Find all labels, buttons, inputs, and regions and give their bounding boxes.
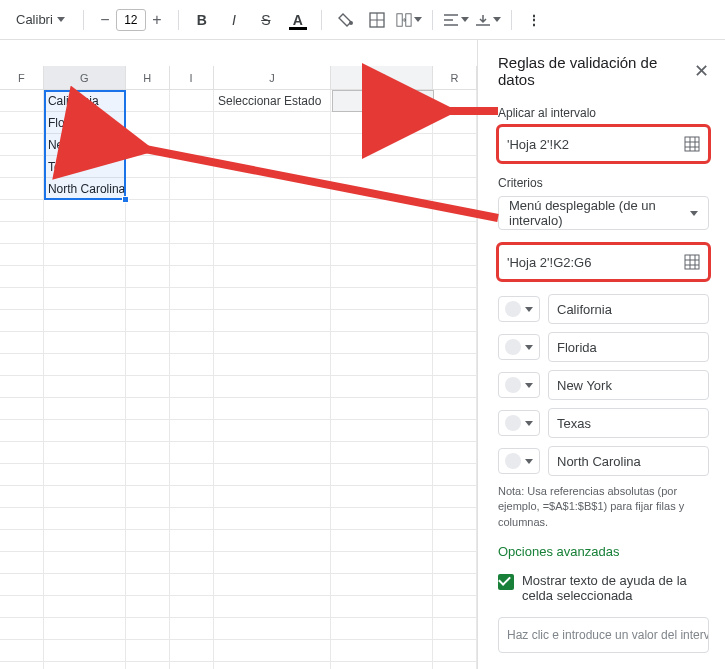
cell[interactable]: [433, 156, 477, 178]
cell[interactable]: [0, 442, 44, 464]
cell[interactable]: [214, 596, 332, 618]
cell[interactable]: [126, 640, 170, 662]
cell[interactable]: [0, 332, 44, 354]
col-header-K[interactable]: K: [331, 66, 433, 89]
cell[interactable]: [433, 112, 477, 134]
cell[interactable]: [214, 244, 332, 266]
cell-G5[interactable]: Texas: [44, 156, 126, 178]
col-header-H[interactable]: H: [126, 66, 170, 89]
cell[interactable]: [126, 244, 170, 266]
font-size-input[interactable]: [116, 9, 146, 31]
cell[interactable]: [44, 508, 126, 530]
text-color-button[interactable]: A: [285, 7, 311, 33]
cell[interactable]: [0, 464, 44, 486]
cell[interactable]: [44, 574, 126, 596]
cell[interactable]: [170, 310, 214, 332]
cell[interactable]: [0, 112, 44, 134]
cell[interactable]: [0, 90, 44, 112]
cell[interactable]: [0, 618, 44, 640]
cell[interactable]: [0, 288, 44, 310]
cell[interactable]: [170, 112, 214, 134]
cell[interactable]: [331, 508, 433, 530]
cell[interactable]: [0, 376, 44, 398]
cell[interactable]: [214, 376, 332, 398]
cell[interactable]: [433, 596, 477, 618]
cell[interactable]: [214, 112, 332, 134]
cell[interactable]: [170, 508, 214, 530]
apply-range-input[interactable]: 'Hoja 2'!K2: [498, 126, 709, 162]
cell[interactable]: [170, 376, 214, 398]
option-value-field[interactable]: California: [548, 294, 709, 324]
cell[interactable]: [214, 134, 332, 156]
cell[interactable]: [433, 244, 477, 266]
cell[interactable]: [214, 640, 332, 662]
cell[interactable]: [170, 178, 214, 200]
cell[interactable]: [331, 376, 433, 398]
cell[interactable]: [0, 310, 44, 332]
cell[interactable]: [126, 376, 170, 398]
cell[interactable]: [331, 178, 433, 200]
cell[interactable]: [214, 398, 332, 420]
cell[interactable]: [433, 376, 477, 398]
increase-font-button[interactable]: +: [146, 8, 168, 32]
cell[interactable]: [170, 244, 214, 266]
cell[interactable]: [44, 398, 126, 420]
cell[interactable]: [214, 574, 332, 596]
option-value-field[interactable]: Florida: [548, 332, 709, 362]
cell[interactable]: [433, 200, 477, 222]
cell[interactable]: [433, 354, 477, 376]
cell[interactable]: [433, 420, 477, 442]
cell[interactable]: [170, 266, 214, 288]
cell[interactable]: [0, 222, 44, 244]
cell[interactable]: [0, 420, 44, 442]
cell[interactable]: [214, 310, 332, 332]
cell[interactable]: [433, 332, 477, 354]
cell[interactable]: [126, 420, 170, 442]
cell[interactable]: [0, 200, 44, 222]
cell[interactable]: [0, 486, 44, 508]
cell[interactable]: [214, 156, 332, 178]
cell[interactable]: [44, 662, 126, 669]
cell[interactable]: [170, 288, 214, 310]
cell[interactable]: [214, 530, 332, 552]
cell[interactable]: [126, 178, 170, 200]
cell[interactable]: [44, 200, 126, 222]
grid-body[interactable]: California Florida New York: [0, 90, 477, 669]
cell[interactable]: [44, 618, 126, 640]
cell[interactable]: [433, 310, 477, 332]
cell[interactable]: [170, 332, 214, 354]
cell[interactable]: [44, 222, 126, 244]
cell[interactable]: [331, 354, 433, 376]
help-text-input[interactable]: Haz clic e introduce un valor del interv…: [498, 617, 709, 653]
cell[interactable]: [0, 640, 44, 662]
cell[interactable]: [44, 530, 126, 552]
cell[interactable]: [170, 486, 214, 508]
cell[interactable]: [0, 398, 44, 420]
cell[interactable]: [44, 354, 126, 376]
cell[interactable]: [44, 552, 126, 574]
cell[interactable]: [331, 662, 433, 669]
cell-K2-dropdown[interactable]: [332, 90, 434, 112]
cell[interactable]: [214, 332, 332, 354]
cell[interactable]: [331, 222, 433, 244]
option-color-chip[interactable]: [498, 448, 540, 474]
cell[interactable]: [44, 596, 126, 618]
option-color-chip[interactable]: [498, 372, 540, 398]
cell[interactable]: [170, 222, 214, 244]
cell[interactable]: [0, 596, 44, 618]
cell[interactable]: [331, 618, 433, 640]
cell[interactable]: [170, 464, 214, 486]
cell[interactable]: [126, 398, 170, 420]
strikethrough-button[interactable]: S: [253, 7, 279, 33]
cell[interactable]: [170, 618, 214, 640]
col-header-R[interactable]: R: [433, 66, 477, 89]
option-value-field[interactable]: North Carolina: [548, 446, 709, 476]
checkbox-checked-icon[interactable]: [498, 574, 514, 590]
cell[interactable]: [0, 552, 44, 574]
cell[interactable]: [170, 552, 214, 574]
cell[interactable]: [331, 464, 433, 486]
cell[interactable]: [331, 530, 433, 552]
option-value-field[interactable]: New York: [548, 370, 709, 400]
cell[interactable]: [126, 662, 170, 669]
col-header-I[interactable]: I: [170, 66, 214, 89]
